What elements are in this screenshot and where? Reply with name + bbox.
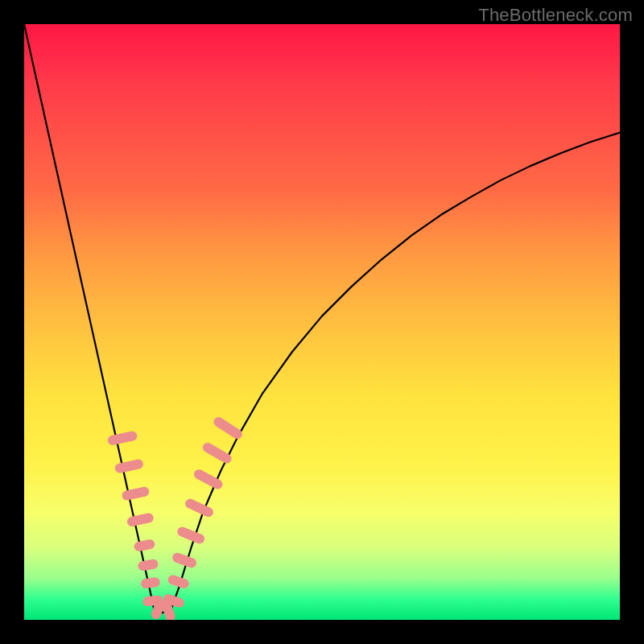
svg-rect-2 xyxy=(121,486,150,502)
chart-svg xyxy=(24,24,620,620)
curve-group xyxy=(24,24,620,613)
watermark-text: TheBottleneck.com xyxy=(478,5,633,26)
svg-rect-12 xyxy=(171,551,197,569)
data-marker xyxy=(114,459,144,474)
data-marker xyxy=(212,415,244,441)
svg-rect-1 xyxy=(114,459,144,474)
marker-group xyxy=(107,415,244,620)
svg-rect-17 xyxy=(212,415,244,441)
svg-rect-3 xyxy=(126,512,155,527)
bottleneck-curve xyxy=(24,24,620,613)
svg-rect-6 xyxy=(140,577,160,589)
data-marker xyxy=(192,468,225,491)
data-marker xyxy=(184,497,215,519)
data-marker xyxy=(137,559,159,572)
plot-area xyxy=(24,24,620,620)
svg-rect-0 xyxy=(107,431,138,446)
data-marker xyxy=(171,551,197,569)
data-marker xyxy=(134,539,156,552)
svg-rect-15 xyxy=(192,468,225,491)
data-marker xyxy=(175,526,205,545)
svg-rect-14 xyxy=(184,497,215,519)
svg-rect-13 xyxy=(175,526,205,545)
svg-rect-16 xyxy=(201,441,233,465)
outer-frame: TheBottleneck.com xyxy=(0,0,644,644)
data-marker xyxy=(201,441,233,465)
svg-rect-5 xyxy=(137,559,159,572)
data-marker xyxy=(107,431,138,446)
data-marker xyxy=(126,512,155,527)
data-marker xyxy=(121,486,150,502)
data-marker xyxy=(140,577,160,589)
svg-rect-4 xyxy=(134,539,156,552)
